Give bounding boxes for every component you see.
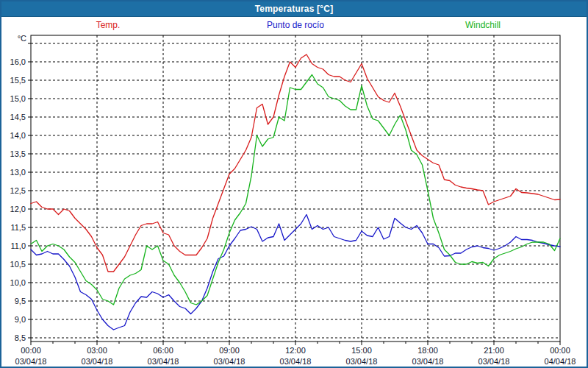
svg-text:8,5: 8,5 [15, 333, 26, 342]
svg-text:03/04/18: 03/04/18 [15, 357, 47, 366]
svg-text:12:00: 12:00 [285, 346, 306, 355]
svg-text:12,5: 12,5 [10, 186, 26, 195]
svg-text:03/04/18: 03/04/18 [412, 357, 444, 366]
svg-text:14,0: 14,0 [10, 131, 26, 140]
svg-text:15,0: 15,0 [10, 94, 26, 103]
svg-text:03/04/18: 03/04/18 [346, 357, 378, 366]
svg-text:00:00: 00:00 [21, 346, 41, 355]
svg-text:14,5: 14,5 [10, 113, 26, 121]
svg-text:10,0: 10,0 [10, 278, 26, 287]
svg-text:13,5: 13,5 [10, 149, 26, 158]
svg-text:°C: °C [18, 34, 26, 43]
window-title: Temperaturas [°C] [255, 4, 334, 14]
app-window: Temperaturas [°C] Temp. Punto de rocío W… [0, 0, 588, 368]
svg-text:03:00: 03:00 [87, 346, 107, 355]
svg-text:10,5: 10,5 [10, 260, 26, 269]
svg-text:12,0: 12,0 [10, 205, 26, 213]
svg-text:15:00: 15:00 [351, 346, 372, 355]
svg-text:9,5: 9,5 [15, 297, 26, 305]
temperature-chart: 16,015,515,014,514,013,513,012,512,011,5… [1, 16, 588, 368]
svg-text:03/04/18: 03/04/18 [214, 357, 245, 366]
svg-text:09:00: 09:00 [219, 346, 240, 355]
svg-text:15,5: 15,5 [10, 76, 26, 85]
svg-text:13,0: 13,0 [10, 168, 26, 177]
svg-text:11,5: 11,5 [10, 223, 26, 232]
title-bar: Temperaturas [°C] [1, 1, 587, 17]
svg-text:06:00: 06:00 [153, 346, 173, 355]
svg-text:11,0: 11,0 [10, 241, 26, 250]
svg-text:03/04/18: 03/04/18 [478, 357, 510, 366]
svg-text:9,0: 9,0 [15, 315, 26, 324]
svg-text:03/04/18: 03/04/18 [82, 357, 113, 366]
svg-text:03/04/18: 03/04/18 [280, 357, 312, 366]
svg-text:00:00: 00:00 [550, 346, 570, 355]
svg-text:21:00: 21:00 [484, 346, 504, 355]
svg-text:04/04/18: 04/04/18 [545, 357, 576, 366]
svg-text:18:00: 18:00 [417, 346, 438, 355]
svg-text:03/04/18: 03/04/18 [148, 357, 179, 366]
svg-text:16,0: 16,0 [10, 57, 26, 66]
